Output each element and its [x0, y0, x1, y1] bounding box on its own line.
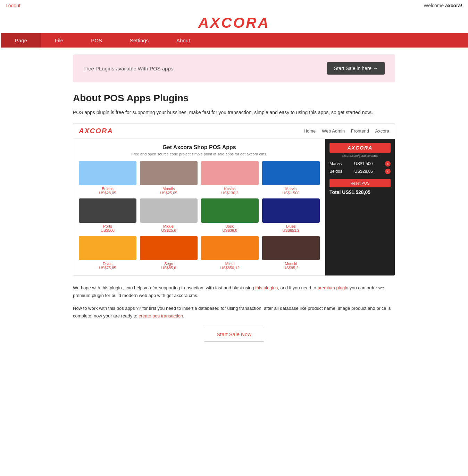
product-item[interactable]: BeldosUS$28,05	[79, 161, 136, 195]
product-price: US$130,2	[201, 191, 259, 195]
nav-bar: Page File POS Settings About	[0, 33, 468, 48]
product-image	[201, 198, 259, 223]
logout-link[interactable]: Logout	[6, 3, 20, 8]
product-name: Ports	[79, 224, 136, 228]
top-bar: Logout Welcome axcora!	[0, 0, 468, 11]
product-name: Kosios	[201, 187, 259, 191]
banner-start-sale-button[interactable]: Start Sale in here →	[327, 62, 385, 75]
product-item[interactable]: MinulUS$850,12	[201, 236, 259, 270]
product-price: US$850,12	[201, 266, 259, 270]
username: axcora!	[445, 3, 462, 8]
product-image	[79, 161, 136, 185]
product-price: US$1.500	[262, 191, 320, 195]
welcome-text: Welcome axcora!	[424, 3, 462, 8]
pos-item-2-name: Beldos	[329, 169, 342, 174]
product-price: US$500	[79, 228, 136, 232]
pos-sidebar-logo: AXCORA	[329, 143, 391, 153]
pos-remove-2[interactable]: x	[385, 169, 391, 174]
pos-sidebar-url: axcora.com/getaxcoracms	[329, 154, 391, 158]
pos-reset-button[interactable]: Reset POS	[329, 179, 391, 187]
logo-container: AXCORA	[0, 11, 468, 33]
footer-text-2: How to work with this pos apps ?? for fi…	[73, 305, 395, 320]
product-image	[79, 236, 136, 260]
product-name: Sego	[140, 262, 198, 266]
product-price: US$95,2	[262, 266, 320, 270]
product-price: US$25,6	[140, 228, 198, 232]
products-title: Get Axcora Shop POS Apps	[79, 144, 320, 151]
product-price: US$85,6	[140, 266, 198, 270]
preview-header: AXCORA Home Web Admin Frontend Axcora	[73, 124, 395, 139]
preview-box: AXCORA Home Web Admin Frontend Axcora Ge…	[73, 123, 395, 276]
product-item[interactable]: KosiosUS$130,2	[201, 161, 259, 195]
nav-item-page[interactable]: Page	[0, 33, 41, 48]
preview-nav-webadmin[interactable]: Web Admin	[322, 128, 345, 134]
product-image	[140, 198, 198, 223]
preview-nav-axcora[interactable]: Axcora	[375, 128, 389, 134]
product-image	[201, 161, 259, 185]
product-price: US$36,8	[201, 228, 259, 232]
product-item[interactable]: SegoUS$85,6	[140, 236, 198, 270]
product-item[interactable]: JoskUS$36,8	[201, 198, 259, 232]
banner-text: Free PLugins available With POS apps	[83, 66, 173, 71]
product-image	[201, 236, 259, 260]
product-price: US$75,85	[79, 266, 136, 270]
preview-nav-frontend[interactable]: Frontend	[351, 128, 369, 134]
product-image	[262, 236, 320, 260]
footer-text-1: We hope with this plugin , can help you …	[73, 284, 395, 299]
main-content: Free PLugins available With POS apps Sta…	[67, 48, 401, 356]
product-name: Mondis	[140, 187, 198, 191]
products-subtitle: Free and open source code project simple…	[79, 152, 320, 156]
start-sale-button[interactable]: Start Sale Now	[204, 327, 264, 342]
pos-remove-1[interactable]: x	[385, 161, 391, 167]
pos-item-2-price: US$28,05	[354, 169, 373, 174]
banner: Free PLugins available With POS apps Sta…	[73, 54, 395, 82]
product-name: Divos	[79, 262, 136, 266]
product-item[interactable]: MondisUS$25,05	[140, 161, 198, 195]
product-name: Marvis	[262, 187, 320, 191]
preview-nav-home[interactable]: Home	[304, 128, 316, 134]
product-price: US$25,05	[140, 191, 198, 195]
pos-cart-item-2: Beldos US$28,05 x	[329, 169, 391, 174]
nav-item-settings[interactable]: Settings	[116, 33, 162, 48]
pos-sidebar: AXCORA axcora.com/getaxcoracms Marvis US…	[325, 139, 395, 275]
nav-item-about[interactable]: About	[162, 33, 204, 48]
preview-body: Get Axcora Shop POS Apps Free and open s…	[73, 139, 395, 275]
pos-item-1-price: US$1.500	[354, 161, 373, 166]
pos-item-1-name: Marvis	[329, 161, 342, 166]
product-name: Beldos	[79, 187, 136, 191]
pos-cart-item-1: Marvis US$1.500 x	[329, 161, 391, 167]
preview-logo: AXCORA	[79, 127, 113, 135]
product-grid: BeldosUS$28,05MondisUS$25,05KosiosUS$130…	[79, 161, 320, 270]
product-item[interactable]: MonskiUS$95,2	[262, 236, 320, 270]
product-name: Monski	[262, 262, 320, 266]
section-title: About POS Apps Plugins	[73, 93, 395, 104]
section-description: POS apps plugin is free for supporting y…	[73, 109, 395, 116]
product-price: US$28,05	[79, 191, 136, 195]
product-image	[262, 198, 320, 223]
nav-item-file[interactable]: File	[41, 33, 77, 48]
product-item[interactable]: PortsUS$500	[79, 198, 136, 232]
start-sale-container: Start Sale Now	[73, 327, 395, 342]
pos-total: Total US$1.528,05	[329, 189, 391, 195]
product-image	[140, 236, 198, 260]
product-image	[140, 161, 198, 185]
product-item[interactable]: BluesUS$651,2	[262, 198, 320, 232]
product-item[interactable]: MiguelUS$25,6	[140, 198, 198, 232]
product-price: US$651,2	[262, 228, 320, 232]
product-name: Miguel	[140, 224, 198, 228]
nav-item-pos[interactable]: POS	[77, 33, 116, 48]
product-item[interactable]: DivosUS$75,85	[79, 236, 136, 270]
preview-products-area: Get Axcora Shop POS Apps Free and open s…	[73, 139, 325, 275]
product-image	[262, 161, 320, 185]
product-item[interactable]: MarvisUS$1.500	[262, 161, 320, 195]
site-logo: AXCORA	[0, 15, 468, 31]
preview-nav: Home Web Admin Frontend Axcora	[299, 128, 389, 134]
product-name: Josk	[201, 224, 259, 228]
product-name: Blues	[262, 224, 320, 228]
product-name: Minul	[201, 262, 259, 266]
product-image	[79, 198, 136, 223]
